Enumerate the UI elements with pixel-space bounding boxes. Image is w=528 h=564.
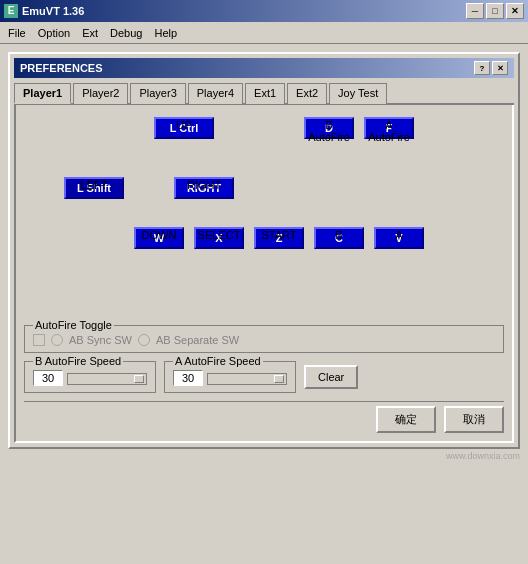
a-autofire-speed-legend: A AutoFire Speed — [173, 355, 263, 367]
tab-ext2[interactable]: Ext2 — [287, 83, 327, 104]
key-b-label: B — [314, 229, 364, 241]
cancel-button[interactable]: 取消 — [444, 406, 504, 433]
a-autofire-speed-group: A AutoFire Speed 30 — [164, 361, 296, 393]
tab-player4[interactable]: Player4 — [188, 83, 243, 104]
menu-option[interactable]: Option — [32, 25, 76, 41]
key-left-label: LEFT — [64, 179, 124, 191]
ab-separate-radio — [138, 334, 150, 346]
key-grid: L Ctrl UP D B AutoFire F A AutoFire L Sh… — [24, 117, 504, 317]
ab-separate-label: AB Separate SW — [156, 334, 239, 346]
b-autofire-speed-value[interactable]: 30 — [33, 370, 63, 386]
a-autofire-speed-thumb[interactable] — [274, 375, 284, 383]
tab-ext1[interactable]: Ext1 — [245, 83, 285, 104]
a-autofire-speed-slider[interactable] — [207, 373, 287, 385]
key-down-label: DOWN — [134, 229, 184, 241]
maximize-button[interactable]: □ — [486, 3, 504, 19]
title-bar-controls: ─ □ ✕ — [466, 3, 524, 19]
key-start-label: START — [254, 229, 304, 241]
key-select-label: SELECT — [194, 229, 244, 241]
key-f-autofire-label: A AutoFire — [364, 119, 414, 143]
b-autofire-speed-thumb[interactable] — [134, 375, 144, 383]
key-up-label: UP — [154, 119, 214, 131]
speed-row: B AutoFire Speed 30 A AutoFire Speed 30 — [24, 361, 504, 393]
tab-player1[interactable]: Player1 — [14, 83, 71, 104]
dialog-title-bar: PREFERENCES ? ✕ — [14, 58, 514, 78]
tab-joytest[interactable]: Joy Test — [329, 83, 387, 104]
preferences-dialog: PREFERENCES ? ✕ Player1 Player2 Player3 … — [8, 52, 520, 449]
menu-debug[interactable]: Debug — [104, 25, 148, 41]
clear-button[interactable]: Clear — [304, 365, 358, 389]
menu-file[interactable]: File — [2, 25, 32, 41]
key-right-label: RIGHT — [174, 179, 234, 191]
autofire-toggle-legend: AutoFire Toggle — [33, 319, 114, 331]
autofire-checkbox — [33, 334, 45, 346]
a-autofire-speed-value[interactable]: 30 — [173, 370, 203, 386]
autofire-toggle-group: AutoFire Toggle AB Sync SW AB Separate S… — [24, 325, 504, 353]
tab-bar: Player1 Player2 Player3 Player4 Ext1 Ext… — [14, 82, 514, 105]
close-button[interactable]: ✕ — [506, 3, 524, 19]
b-autofire-speed-control: 30 — [33, 370, 147, 386]
b-autofire-speed-group: B AutoFire Speed 30 — [24, 361, 156, 393]
dialog-controls: ? ✕ — [474, 61, 508, 75]
ab-sync-radio — [51, 334, 63, 346]
tab-player3[interactable]: Player3 — [130, 83, 185, 104]
key-d-autofire-label: B AutoFire — [304, 119, 354, 143]
autofire-toggle-content: AB Sync SW AB Separate SW — [33, 334, 495, 346]
key-a-label: A — [374, 229, 424, 241]
dialog-title-text: PREFERENCES — [20, 62, 103, 74]
tab-content: L Ctrl UP D B AutoFire F A AutoFire L Sh… — [14, 105, 514, 443]
b-autofire-speed-slider[interactable] — [67, 373, 147, 385]
app-title: EmuVT 1.36 — [22, 5, 84, 17]
dialog-close-button[interactable]: ✕ — [492, 61, 508, 75]
ab-sync-label: AB Sync SW — [69, 334, 132, 346]
main-window: PREFERENCES ? ✕ Player1 Player2 Player3 … — [0, 44, 528, 469]
confirm-button[interactable]: 确定 — [376, 406, 436, 433]
title-bar: E EmuVT 1.36 ─ □ ✕ — [0, 0, 528, 22]
tab-player2[interactable]: Player2 — [73, 83, 128, 104]
menu-ext[interactable]: Ext — [76, 25, 104, 41]
watermark: www.downxia.com — [8, 451, 520, 461]
bottom-buttons: 确定 取消 — [24, 401, 504, 433]
dialog-help-button[interactable]: ? — [474, 61, 490, 75]
app-icon: E — [4, 4, 18, 18]
menu-help[interactable]: Help — [148, 25, 183, 41]
menu-bar: File Option Ext Debug Help — [0, 22, 528, 44]
minimize-button[interactable]: ─ — [466, 3, 484, 19]
b-autofire-speed-legend: B AutoFire Speed — [33, 355, 123, 367]
a-autofire-speed-control: 30 — [173, 370, 287, 386]
